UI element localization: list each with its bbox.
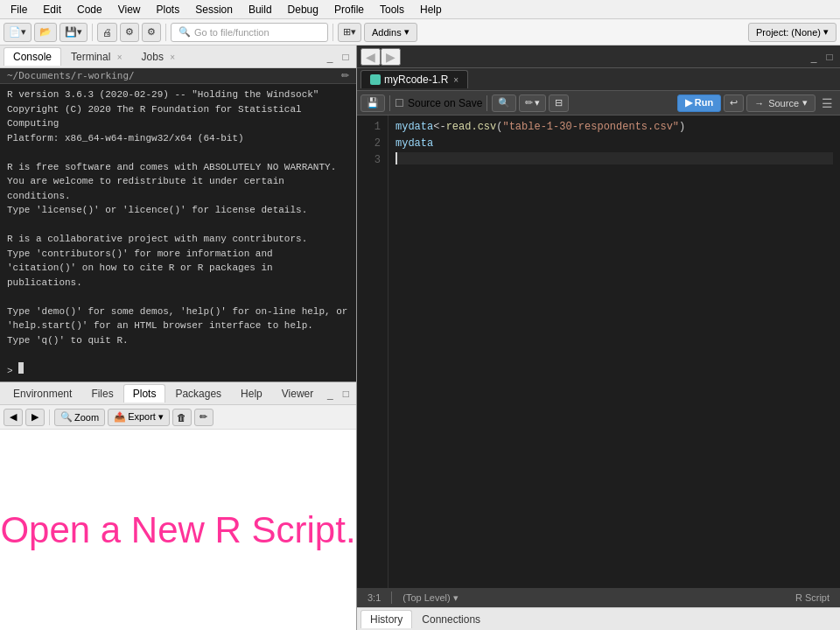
console-line-13: Type 'demo()' for some demos, 'help()' f…: [7, 304, 349, 319]
editor-tab-label: myRcode-1.R: [384, 74, 448, 86]
addins-chevron-icon: ▾: [404, 26, 410, 38]
code-op-assign: <-: [433, 119, 445, 136]
go-to-file-placeholder: Go to file/function: [194, 27, 270, 38]
toolbar-btn-3[interactable]: ⚙: [142, 23, 161, 42]
tab-history[interactable]: History: [360, 610, 412, 628]
tab-help[interactable]: Help: [231, 384, 272, 402]
left-panel: Console Terminal × Jobs × _ □ ~/Document…: [0, 46, 357, 630]
tab-console[interactable]: Console: [4, 47, 61, 66]
console-prompt-symbol: >: [7, 366, 18, 376]
jobs-close-icon[interactable]: ×: [170, 52, 175, 62]
editor-format-button[interactable]: ⊟: [549, 94, 569, 112]
editor-search-icon: 🔍: [498, 97, 510, 108]
editor-edit-button[interactable]: ✏ ▾: [519, 94, 546, 112]
run-label: ▶ Run: [685, 97, 713, 108]
addins-button[interactable]: Addins ▾: [364, 23, 417, 42]
tab-terminal[interactable]: Terminal ×: [61, 47, 132, 66]
env-maximize-button[interactable]: □: [339, 387, 353, 401]
console-panel-actions: _ □: [323, 50, 353, 64]
editor-maximize-button[interactable]: □: [822, 50, 836, 64]
editor-nav-forward-button[interactable]: ▶: [381, 48, 401, 66]
tab-packages[interactable]: Packages: [165, 384, 231, 402]
tab-jobs[interactable]: Jobs ×: [132, 47, 186, 66]
export-icon: 📤: [114, 411, 126, 423]
editor-search-button[interactable]: 🔍: [492, 94, 516, 112]
run-button[interactable]: ▶ Run: [677, 94, 721, 112]
code-editor[interactable]: 1 2 3 mydata <- read.csv ( "table-1-30-r…: [357, 116, 840, 588]
go-to-file-input[interactable]: 🔍 Go to file/function: [171, 23, 328, 42]
menu-help[interactable]: Help: [413, 2, 449, 18]
save-button[interactable]: 💾▾: [60, 23, 88, 42]
env-minimize-button[interactable]: _: [323, 387, 337, 401]
console-line-10: Type 'contributors()' for more informati…: [7, 247, 349, 262]
console-line-14: 'help.start()' for an HTML browser inter…: [7, 318, 349, 333]
menu-edit[interactable]: Edit: [36, 2, 68, 18]
editor-save-button[interactable]: 💾: [360, 94, 385, 112]
rerun-icon: ↩: [730, 97, 738, 108]
plots-prev-button[interactable]: ◀: [4, 409, 23, 426]
menu-plots[interactable]: Plots: [150, 2, 187, 18]
editor-minimize-button[interactable]: _: [807, 50, 821, 64]
menu-code[interactable]: Code: [70, 2, 109, 18]
print-button[interactable]: 🖨: [97, 23, 117, 42]
editor-panel: ◀ ▶ _ □ myRcode-1.R × 💾 ☐ Source on Save: [357, 46, 840, 630]
code-content[interactable]: mydata <- read.csv ( "table-1-30-respond…: [388, 116, 840, 588]
menu-file[interactable]: File: [4, 2, 34, 18]
editor-tabs: myRcode-1.R ×: [357, 68, 840, 91]
console-tabs: Console Terminal × Jobs × _ □: [0, 46, 356, 68]
editor-nav-back-button[interactable]: ◀: [360, 48, 381, 66]
console-line-8: [7, 218, 349, 233]
tab-environment[interactable]: Environment: [4, 384, 81, 402]
menu-session[interactable]: Session: [188, 2, 240, 18]
tab-plots[interactable]: Plots: [123, 384, 166, 402]
source-on-save-checkbox[interactable]: ☐: [395, 97, 404, 109]
code-line-3: [396, 152, 833, 164]
layout-button[interactable]: ⊞▾: [338, 23, 361, 42]
open-file-button[interactable]: 📂: [34, 23, 57, 42]
export-label: Export ▾: [128, 411, 164, 423]
terminal-close-icon[interactable]: ×: [117, 52, 122, 62]
editor-language: R Script: [792, 592, 833, 603]
menu-profile[interactable]: Profile: [327, 2, 371, 18]
console-output[interactable]: R version 3.6.3 (2020-02-29) -- "Holding…: [0, 84, 356, 382]
project-button[interactable]: Project: (None) ▾: [748, 23, 836, 42]
plots-next-button[interactable]: ▶: [25, 409, 45, 426]
edit-chevron-icon: ▾: [535, 97, 540, 108]
menu-view[interactable]: View: [111, 2, 148, 18]
console-line-15: Type 'q()' to quit R.: [7, 333, 349, 348]
r-file-icon: [370, 74, 381, 85]
console-prompt-line: >: [7, 362, 349, 379]
tab-files[interactable]: Files: [81, 384, 122, 402]
toolbar-btn-2[interactable]: ⚙: [120, 23, 139, 42]
tab-viewer[interactable]: Viewer: [272, 384, 323, 402]
console-line-9: R is a collaborative project with many c…: [7, 232, 349, 247]
editor-edit-icon: ✏: [525, 97, 533, 108]
editor-tab-close-icon[interactable]: ×: [453, 75, 458, 85]
plots-export-button[interactable]: 📤 Export ▾: [108, 409, 170, 426]
console-maximize-button[interactable]: □: [339, 50, 353, 64]
console-line-1: R version 3.6.3 (2020-02-29) -- "Holding…: [7, 88, 349, 102]
source-dropdown-button[interactable]: → Source ▾: [746, 94, 816, 112]
main-toolbar: 📄▾ 📂 💾▾ 🖨 ⚙ ⚙ 🔍 Go to file/function ⊞▾ A…: [0, 19, 840, 46]
bottom-left-panel: Environment Files Plots Packages Help Vi…: [0, 382, 356, 630]
menu-debug[interactable]: Debug: [281, 2, 326, 18]
menu-tools[interactable]: Tools: [373, 2, 411, 18]
rerun-button[interactable]: ↩: [724, 94, 744, 112]
editor-menu-button[interactable]: ☰: [818, 94, 836, 112]
editor-tab-myRcode[interactable]: myRcode-1.R ×: [360, 70, 468, 88]
toolbar-sep-3: [332, 24, 333, 41]
menu-build[interactable]: Build: [242, 2, 279, 18]
editor-panel-actions: _ □: [807, 50, 836, 64]
plots-delete-button[interactable]: 🗑: [172, 409, 192, 426]
console-line-16: [7, 347, 349, 362]
format-icon: ⊟: [555, 97, 563, 108]
console-path-edit-icon[interactable]: ✏: [341, 70, 349, 81]
new-file-button[interactable]: 📄▾: [4, 23, 32, 42]
tab-connections[interactable]: Connections: [412, 610, 490, 628]
editor-level[interactable]: (Top Level) ▾: [399, 592, 461, 604]
console-minimize-button[interactable]: _: [323, 50, 337, 64]
plots-zoom-button[interactable]: 🔍 Zoom: [54, 409, 105, 426]
plots-clear-button[interactable]: ✏: [194, 409, 214, 426]
bottom-tabs: History Connections: [357, 607, 840, 630]
zoom-label: Zoom: [74, 412, 99, 423]
